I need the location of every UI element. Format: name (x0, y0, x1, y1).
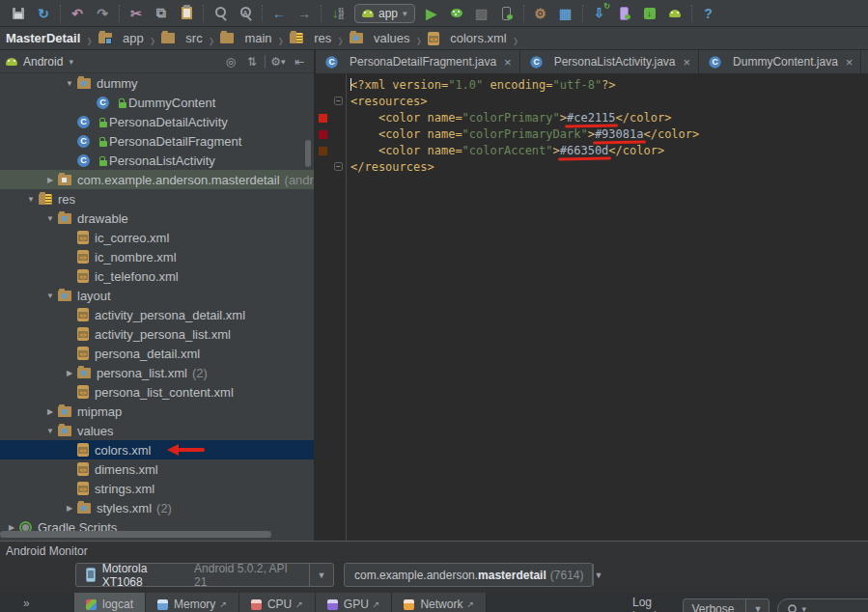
code-line[interactable]: <color name="colorAccent">#66350d</color… (350, 143, 868, 159)
code-line[interactable]: <?xml version="1.0" encoding="utf-8"?> (350, 77, 868, 94)
run-configuration-label: app (378, 7, 398, 20)
attach-debugger-button[interactable] (494, 2, 519, 25)
tree-item-ic-nombre-xml[interactable]: ic_nombre.xml (0, 247, 314, 266)
code-line[interactable]: </resources> (350, 159, 868, 176)
avd-manager-button[interactable] (612, 2, 637, 25)
run-with-coverage-button[interactable]: ▨ (469, 2, 494, 25)
sync-button[interactable]: ↻ (31, 2, 56, 25)
collapsed-arrow-icon[interactable]: ▶ (42, 176, 58, 184)
help-button[interactable]: ? (696, 2, 721, 25)
save-button[interactable] (6, 2, 31, 25)
overflow-chevrons[interactable]: » (23, 597, 30, 610)
tree-item-personalistactivity[interactable]: PersonaListActivity (0, 151, 314, 170)
run-button[interactable]: ▶ (419, 2, 444, 25)
fold-marker-icon[interactable]: − (334, 97, 343, 105)
fold-marker-icon[interactable]: − (334, 162, 343, 171)
hide-panel-button[interactable]: ⇤ (289, 52, 310, 71)
tree-item-mipmap[interactable]: ▶mipmap (0, 402, 314, 421)
code-area[interactable]: −− <?xml version="1.0" encoding="utf-8"?… (316, 74, 868, 541)
code-line[interactable]: <resources> (350, 94, 868, 110)
editor-tab-p[interactable]: p (861, 50, 868, 73)
close-tab-icon[interactable]: × (684, 55, 691, 70)
tree-item-colors-xml[interactable]: colors.xml (0, 440, 314, 459)
forward-button[interactable]: → (292, 2, 317, 25)
breadcrumb-item-main[interactable]: main (218, 31, 273, 45)
cut-button[interactable]: ✂ (124, 2, 149, 25)
log-level-selector[interactable]: Verbose ▼ (683, 598, 770, 612)
tree-item-strings-xml[interactable]: strings.xml (0, 479, 314, 498)
expanded-arrow-icon[interactable]: ▼ (23, 195, 39, 204)
tree-item-values[interactable]: ▼values (0, 421, 314, 440)
device-selector[interactable]: Motorola XT1068 Android 5.0.2, API 21 ▼ (75, 563, 334, 587)
project-view-selector[interactable]: Android ▾ (6, 55, 73, 69)
expanded-arrow-icon[interactable]: ▼ (62, 79, 77, 88)
collapsed-arrow-icon[interactable]: ▶ (42, 407, 58, 416)
tree-item-drawable[interactable]: ▼drawable (0, 209, 314, 228)
debug-button[interactable] (444, 2, 469, 25)
sdk-update-button[interactable] (637, 2, 662, 25)
breadcrumb-item-masterdetail[interactable]: MasterDetail (4, 31, 82, 45)
process-selector[interactable]: com.example.anderson.masterdetail(7614) … (344, 563, 593, 587)
tree-vertical-scrollbar[interactable] (305, 140, 311, 167)
compile-messages-button[interactable] (325, 2, 350, 25)
monitor-tab-cpu[interactable]: CPU↗ (239, 593, 316, 612)
tree-item-dimens-xml[interactable]: dimens.xml (0, 459, 314, 479)
editor-tab-personadetailfragment-java[interactable]: PersonaDetailFragment.java× (316, 50, 520, 73)
sdk-manager-button[interactable] (587, 2, 612, 25)
expanded-arrow-icon[interactable]: ▼ (42, 214, 58, 223)
paste-button[interactable] (174, 2, 199, 25)
editor-tab-dummycontent-java[interactable]: DummyContent.java× (699, 50, 861, 73)
back-button[interactable]: ← (266, 2, 292, 25)
tree-item-ic-telefono-xml[interactable]: ic_telefono.xml (0, 266, 314, 286)
tree-item-personadetailfragment[interactable]: PersonaDetailFragment (0, 131, 314, 151)
project-structure-button[interactable]: ▦ (553, 2, 578, 25)
expanded-arrow-icon[interactable]: ▼ (42, 427, 58, 435)
tree-item-res[interactable]: ▼res (0, 189, 314, 209)
tree-item-dummycontent[interactable]: DummyContent (0, 93, 314, 112)
monitor-tab-logcat[interactable]: logcat (74, 593, 146, 612)
tree-item-activity-persona-list-xml[interactable]: activity_persona_list.xml (0, 324, 314, 344)
monitor-tab-gpu[interactable]: GPU↗ (316, 593, 393, 612)
run-configuration-selector[interactable]: app▾ (354, 4, 415, 23)
redo-button[interactable]: ↷ (90, 2, 115, 25)
tree-item-ic-correo-xml[interactable]: ic_correo.xml (0, 228, 314, 247)
settings-button[interactable]: ⚙ (528, 2, 553, 25)
tree-item-layout[interactable]: ▼layout (0, 286, 314, 305)
undo-button[interactable]: ↶ (65, 2, 90, 25)
find-button[interactable] (208, 2, 233, 25)
breadcrumb-item-colors-xml[interactable]: colors.xml (426, 31, 509, 45)
breadcrumb-item-res[interactable]: res (288, 31, 333, 45)
code-line[interactable]: <color name="colorPrimaryDark">#93081a</… (350, 126, 868, 143)
device-monitor-button[interactable] (662, 2, 687, 25)
editor-tab-personalistactivity-java[interactable]: PersonaListActivity.java× (520, 50, 699, 73)
breadcrumb-item-values[interactable]: values (348, 31, 412, 45)
tree-item-activity-persona-detail-xml[interactable]: activity_persona_detail.xml (0, 305, 314, 324)
panel-settings-button[interactable]: ⚙▾ (267, 52, 289, 71)
copy-button[interactable]: ⧉ (149, 2, 174, 25)
locate-file-button[interactable]: ◎ (220, 52, 241, 71)
breadcrumb-item-app[interactable]: app (97, 31, 146, 45)
expand-collapse-button[interactable]: ⇅ (241, 52, 263, 71)
tree-item-persona-list-content-xml[interactable]: persona_list_content.xml (0, 382, 314, 402)
collapsed-arrow-icon[interactable]: ▶ (62, 369, 77, 377)
code-line[interactable]: <color name="colorPrimary">#ce2115</colo… (350, 110, 868, 126)
tree-item-com-example-anderson-masterdetail[interactable]: ▶com.example.anderson.masterdetail(andro… (0, 170, 314, 189)
monitor-tab-network[interactable]: Network↗ (392, 593, 487, 612)
breadcrumb-item-src[interactable]: src (159, 31, 204, 45)
tree-item-styles-xml[interactable]: ▶styles.xml(2) (0, 498, 314, 517)
tree-item-persona-list-xml[interactable]: ▶persona_list.xml(2) (0, 363, 314, 382)
close-tab-icon[interactable]: × (846, 55, 854, 70)
collapsed-arrow-icon[interactable]: ▶ (62, 504, 77, 513)
tree-horizontal-scrollbar[interactable] (0, 531, 271, 538)
tree-item-dummy[interactable]: ▼dummy (0, 73, 314, 93)
tree-item-label: PersonaDetailActivity (109, 115, 228, 129)
dropdown-arrow-icon[interactable]: ▼ (593, 564, 602, 586)
monitor-tab-memory[interactable]: Memory↗ (146, 593, 239, 612)
close-tab-icon[interactable]: × (504, 55, 512, 70)
replace-button[interactable]: A (233, 2, 258, 25)
logcat-search-input[interactable]: ▾ (777, 598, 868, 612)
expanded-arrow-icon[interactable]: ▼ (42, 292, 58, 300)
dropdown-arrow-icon[interactable]: ▼ (309, 564, 333, 586)
tree-item-personadetailactivity[interactable]: PersonaDetailActivity (0, 112, 314, 131)
tree-item-persona-detail-xml[interactable]: persona_detail.xml (0, 344, 314, 363)
